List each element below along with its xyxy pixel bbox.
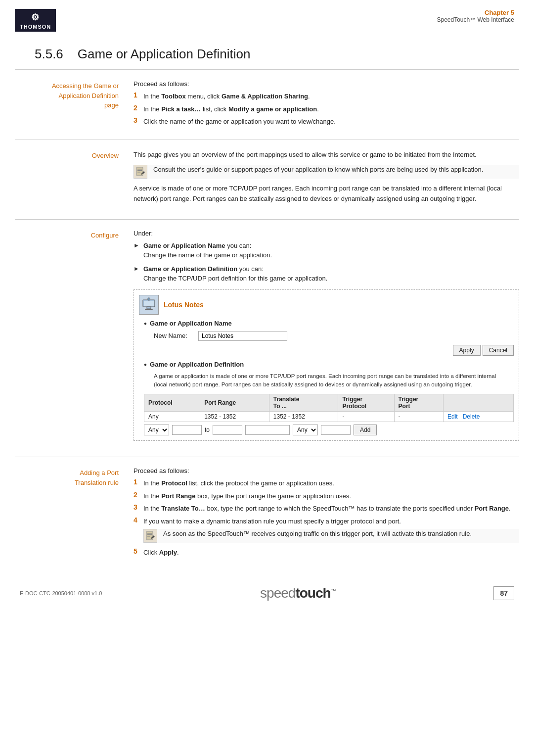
overview-para-1: This page gives you an overview of the p… — [134, 150, 519, 160]
name-bullet: ● — [144, 321, 147, 326]
svg-rect-14 — [147, 534, 152, 535]
step-3: 3 Click the name of the game or applicat… — [134, 117, 519, 127]
adding-step-num-4: 4 — [134, 516, 143, 524]
svg-rect-13 — [147, 533, 152, 534]
step-text-1: In the Toolbox menu, click Game & Applic… — [143, 92, 519, 101]
accessing-content: Proceed as follows: 1 In the Toolbox men… — [129, 80, 519, 130]
def-desc: A game or application is made of one or … — [154, 372, 504, 389]
adding-step-text-5: Click Apply. — [143, 548, 519, 558]
svg-rect-7 — [147, 307, 151, 309]
cancel-button[interactable]: Cancel — [483, 345, 514, 356]
svg-rect-0 — [136, 167, 143, 176]
th-port-range: Port Range — [200, 394, 269, 412]
adding-step-text-4: If you want to make a dynamic translatio… — [143, 517, 519, 526]
chapter-sub: SpeedTouch™ Web Interface — [437, 16, 514, 23]
svg-rect-11 — [148, 298, 149, 300]
apply-button[interactable]: Apply — [453, 345, 481, 356]
protocol-select[interactable]: Any — [144, 425, 169, 435]
configure-label: Configure — [15, 230, 129, 447]
configure-section: Configure Under: ► Game or Application N… — [15, 220, 519, 458]
bullet-arrow-2: ► — [134, 265, 139, 272]
name-sub-title: ● Game or Application Name — [144, 320, 514, 327]
port-to-input[interactable] — [213, 425, 242, 435]
def-sub-title: ● Game or Application Definition — [144, 361, 514, 368]
adding-content: Proceed as follows: 1 In the Protocol li… — [129, 467, 519, 561]
adding-step-3: 3 In the Translate To… box, type the por… — [134, 504, 519, 514]
note-icon-img — [134, 165, 147, 179]
overview-para-2: A service is made of one or more TCP/UDP… — [134, 184, 519, 204]
def-bullet: ● — [144, 362, 147, 367]
overview-section: Overview This page gives you an overview… — [15, 140, 519, 220]
td-port-range: 1352 - 1352 — [200, 412, 269, 422]
header-right: Chapter 5 SpeedTouch™ Web Interface — [437, 9, 514, 23]
app-config-header: Lotus Notes — [139, 295, 514, 315]
th-trigger-port: TriggerPort — [394, 394, 443, 412]
add-button[interactable]: Add — [354, 425, 377, 435]
title-section: 5.5.6 Game or Application Definition — [15, 32, 519, 70]
app-icon-svg — [141, 297, 157, 313]
note-box-2: As soon as the SpeedTouch™ receives outg… — [143, 529, 519, 543]
configure-list: ► Game or Application Name you can: Chan… — [134, 241, 519, 284]
new-name-input[interactable] — [198, 331, 287, 341]
note-document-icon-2 — [145, 530, 156, 541]
svg-rect-15 — [147, 536, 150, 537]
step-num-3: 3 — [134, 116, 143, 124]
adding-label: Adding a PortTranslation rule — [15, 467, 129, 561]
svg-rect-1 — [137, 169, 142, 170]
trigger-protocol-select[interactable]: Any — [293, 425, 318, 435]
adding-step-text-3: In the Translate To… box, type the port … — [143, 504, 519, 514]
form-label: New Name: — [154, 332, 193, 339]
adding-step-num-2: 2 — [134, 491, 143, 499]
adding-step-2: 2 In the Port Range box, type the port r… — [134, 491, 519, 501]
brand-tm: ™ — [331, 588, 336, 594]
brand-bold: touch — [295, 585, 330, 601]
configure-item-text-1: Game or Application Name you can: Change… — [143, 241, 272, 260]
configure-item-text-2: Game or Application Definition you can: … — [143, 264, 327, 284]
app-icon-box — [139, 295, 159, 315]
th-translate: TranslateTo ... — [269, 394, 338, 412]
page-footer: E-DOC-CTC-20050401-0008 v1.0 speedtouch™… — [0, 575, 534, 609]
th-protocol: Protocol — [144, 394, 200, 412]
adding-section: Adding a PortTranslation rule Proceed as… — [15, 457, 519, 570]
app-config-box: Lotus Notes ● Game or Application Name N… — [134, 289, 519, 441]
step-text-2: In the Pick a task… list, click Modify a… — [143, 104, 519, 114]
page-title: 5.5.6 Game or Application Definition — [35, 47, 499, 62]
configure-content: Under: ► Game or Application Name you ca… — [129, 230, 519, 447]
trigger-port-input[interactable] — [321, 425, 351, 435]
overview-content: This page gives you an overview of the p… — [129, 150, 519, 209]
overview-label: Overview — [15, 150, 129, 209]
note-icon-area — [134, 165, 149, 179]
table-row: Any 1352 - 1352 1352 - 1352 - - Edit Del… — [144, 412, 514, 422]
btn-row: Apply Cancel — [144, 345, 514, 356]
chapter-label: Chapter 5 — [437, 9, 514, 16]
translate-input[interactable] — [245, 425, 290, 435]
def-sub-title-text: Game or Application Definition — [150, 361, 244, 368]
main-content: Accessing the Game orApplication Definit… — [0, 70, 534, 570]
note-text: Consult the user's guide or support page… — [153, 165, 483, 175]
logo-box: ⚙ THOMSON — [15, 9, 56, 32]
under-text: Under: — [134, 230, 519, 237]
app-name-title: Lotus Notes — [164, 301, 204, 309]
note-icon-img-2 — [143, 529, 157, 543]
logo-area: ⚙ THOMSON — [15, 9, 56, 32]
svg-rect-8 — [145, 309, 153, 310]
svg-rect-2 — [137, 170, 142, 171]
td-trigger-protocol: - — [338, 412, 394, 422]
name-sub-section: ● Game or Application Name New Name: App… — [144, 320, 514, 436]
edit-link[interactable]: Edit — [447, 413, 458, 420]
accessing-section: Accessing the Game orApplication Definit… — [15, 70, 519, 140]
td-translate: 1352 - 1352 — [269, 412, 338, 422]
adding-step-4: 4 If you want to make a dynamic translat… — [134, 517, 519, 526]
port-from-input[interactable] — [172, 425, 202, 435]
adding-step-5: 5 Click Apply. — [134, 548, 519, 558]
bullet-arrow-1: ► — [134, 242, 139, 249]
adding-step-num-1: 1 — [134, 478, 143, 486]
step-num-1: 1 — [134, 91, 143, 99]
adding-step-num-3: 3 — [134, 503, 143, 511]
svg-rect-12 — [146, 531, 153, 540]
accessing-steps: 1 In the Toolbox menu, click Game & Appl… — [134, 92, 519, 127]
name-sub-title-text: Game or Application Name — [150, 320, 232, 327]
proceed-text-2: Proceed as follows: — [134, 467, 519, 474]
delete-link[interactable]: Delete — [463, 413, 480, 420]
svg-rect-3 — [137, 172, 140, 173]
